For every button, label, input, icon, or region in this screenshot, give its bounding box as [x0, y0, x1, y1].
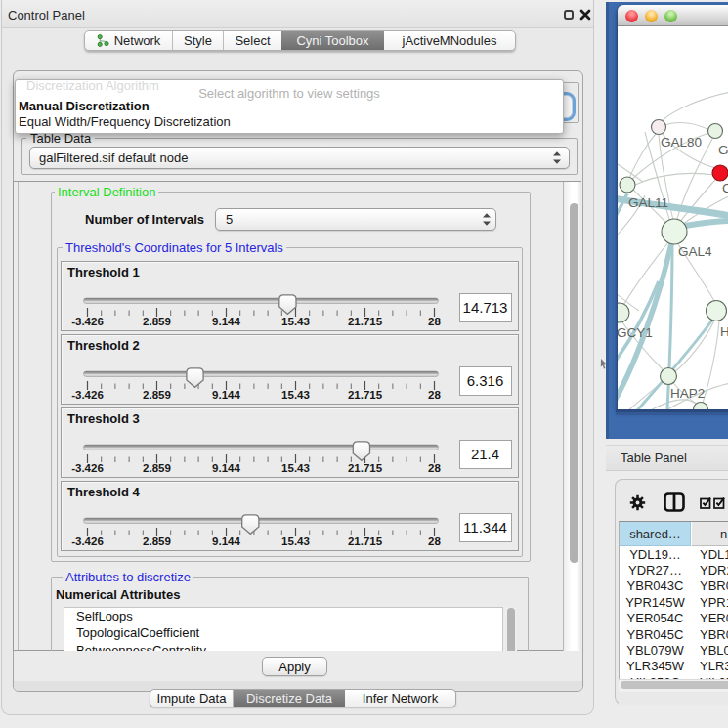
svg-text:28: 28: [428, 316, 441, 327]
svg-text:15.43: 15.43: [281, 316, 310, 327]
svg-text:9.144: 9.144: [212, 462, 240, 474]
svg-text:9.144: 9.144: [212, 316, 240, 327]
svg-text:2.859: 2.859: [143, 389, 171, 401]
svg-text:21.715: 21.715: [348, 535, 383, 547]
svg-text:2.859: 2.859: [143, 462, 171, 474]
svg-text:2.859: 2.859: [143, 316, 171, 327]
svg-text:21.715: 21.715: [348, 462, 383, 474]
svg-text:GA: GA: [718, 143, 728, 157]
svg-text:-3.426: -3.426: [71, 535, 104, 547]
svg-text:28: 28: [428, 535, 441, 547]
svg-text:-3.426: -3.426: [71, 316, 104, 327]
svg-text:15.43: 15.43: [281, 389, 310, 401]
svg-text:21.715: 21.715: [348, 389, 383, 401]
svg-text:H: H: [720, 324, 728, 339]
svg-text:28: 28: [428, 462, 441, 474]
svg-text:9.144: 9.144: [212, 389, 240, 401]
svg-text:28: 28: [428, 389, 441, 401]
svg-text:HAP2: HAP2: [670, 386, 705, 401]
svg-text:9.144: 9.144: [212, 535, 240, 547]
svg-text:-3.426: -3.426: [71, 462, 104, 474]
svg-text:15.43: 15.43: [281, 535, 310, 547]
svg-text:15.43: 15.43: [281, 462, 310, 474]
svg-text:GCY1: GCY1: [618, 325, 653, 340]
svg-text:21.715: 21.715: [348, 316, 383, 327]
svg-text:-3.426: -3.426: [71, 389, 104, 401]
svg-text:GAL4: GAL4: [678, 244, 712, 259]
svg-text:GAL11: GAL11: [628, 195, 668, 210]
svg-text:GAL80: GAL80: [661, 135, 702, 150]
svg-text:C: C: [722, 181, 728, 195]
svg-text:2.859: 2.859: [143, 535, 171, 547]
